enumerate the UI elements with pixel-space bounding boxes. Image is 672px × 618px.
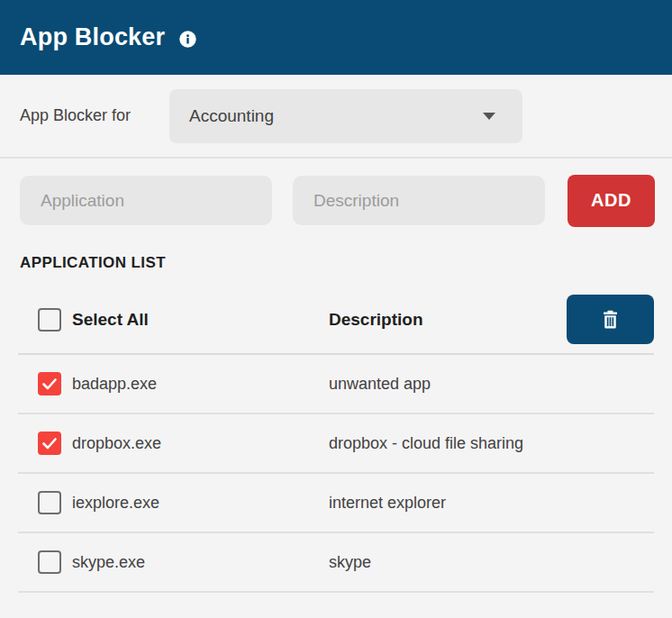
filter-label: App Blocker for [20, 106, 131, 125]
filter-row: App Blocker for Accounting [0, 75, 672, 159]
row-checkbox[interactable] [38, 432, 61, 455]
table-row: skype.exe skype [18, 533, 654, 593]
row-checkbox[interactable] [38, 491, 61, 514]
table-row: badapp.exe unwanted app [18, 355, 654, 414]
chevron-down-icon [483, 113, 495, 120]
trash-icon [599, 308, 622, 331]
delete-selected-button[interactable] [567, 295, 654, 344]
row-description: dropbox - cloud file sharing [329, 434, 523, 453]
add-button[interactable]: ADD [568, 175, 655, 227]
dropdown-selected-value: Accounting [189, 106, 274, 126]
row-checkbox[interactable] [38, 550, 61, 574]
add-form-row: ADD [0, 159, 672, 242]
row-app-name: badapp.exe [72, 375, 157, 394]
table-row: dropbox.exe dropbox - cloud file sharing [18, 414, 654, 474]
group-select-dropdown[interactable]: Accounting [169, 89, 522, 143]
application-list-heading: APPLICATION LIST [0, 242, 672, 269]
row-description: unwanted app [329, 375, 431, 394]
row-app-name: skype.exe [72, 553, 145, 572]
table-row: iexplore.exe internet explorer [18, 474, 654, 533]
row-checkbox[interactable] [38, 372, 61, 395]
page-title: App Blocker [20, 23, 165, 51]
row-description: internet explorer [329, 494, 446, 513]
select-all-checkbox[interactable] [38, 308, 61, 332]
description-column-header: Description [329, 310, 423, 330]
row-app-name: dropbox.exe [72, 434, 161, 453]
row-app-name: iexplore.exe [72, 494, 159, 513]
app-header: App Blocker [0, 0, 672, 75]
application-table-body: badapp.exe unwanted app dropbox.exe drop… [18, 355, 654, 593]
description-input[interactable] [293, 176, 545, 225]
application-table: Select All Description [18, 286, 654, 593]
application-input[interactable] [20, 176, 272, 225]
table-header-row: Select All Description [18, 286, 654, 355]
select-all-label: Select All [72, 310, 149, 330]
info-icon[interactable] [178, 30, 197, 49]
row-description: skype [329, 553, 371, 572]
